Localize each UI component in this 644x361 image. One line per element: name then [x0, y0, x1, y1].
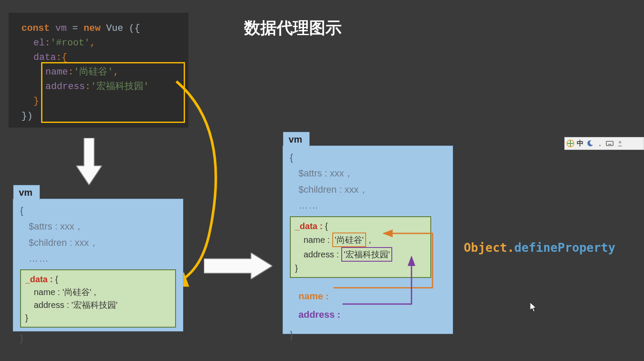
kw-vm: vm	[55, 23, 66, 34]
vm2-lbrace: {	[290, 149, 446, 165]
vm2-address-val: '宏福科技园'	[341, 247, 393, 262]
kw-eq: =	[72, 23, 78, 34]
ime-logo-icon	[566, 140, 574, 147]
address-key: address	[45, 81, 85, 92]
vm1-data-inner: _data : { name : '尚硅谷' , address : '宏福科技…	[20, 269, 176, 328]
ime-toolbar[interactable]: 中 ，	[564, 137, 644, 150]
arrow-right-icon	[204, 253, 272, 279]
user-icon[interactable]	[616, 140, 624, 147]
vm2-address-key: address :	[295, 250, 339, 259]
vm1-name-line: name : '尚硅谷' ,	[25, 286, 96, 298]
vm2-name-key: name :	[295, 235, 330, 245]
svg-point-7	[619, 141, 621, 143]
vm1-address-line: address : '宏福科技园'	[25, 298, 117, 311]
vm-box-2: vm { $attrs : xxx， $children : xxx， …… _…	[283, 146, 453, 334]
vm2-tab: vm	[283, 132, 310, 147]
name-key: name	[45, 67, 68, 78]
el-key: el	[33, 38, 45, 48]
vm2-rbrace: }	[290, 327, 446, 343]
svg-rect-1	[606, 141, 613, 146]
vm1-data-label: _data :	[25, 274, 55, 284]
object-define-property: Object.defineProperty	[464, 241, 615, 255]
kw-rbrace: })	[21, 111, 33, 122]
vm2-children: $children : xxx，	[290, 182, 446, 197]
vm2-name-prop: name :	[298, 291, 329, 301]
data-key: data	[33, 52, 56, 63]
vm1-lbrace: {	[20, 203, 176, 218]
code-block: const vm = new Vue ({ el:'#root', data:{…	[9, 13, 188, 128]
odp-method: defineProperty	[514, 241, 615, 255]
kw-lbrace: ({	[129, 23, 140, 34]
ime-lang[interactable]: 中	[577, 139, 584, 148]
vm2-data-rbrace: }	[295, 263, 298, 273]
moon-icon[interactable]	[586, 140, 594, 147]
name-val: '尚硅谷'	[74, 67, 113, 78]
vm2-attrs: $attrs : xxx，	[290, 165, 446, 181]
vm1-children: $children : xxx，	[20, 235, 176, 251]
address-val: '宏福科技园'	[91, 81, 149, 92]
vm2-data-label: _data :	[295, 221, 325, 231]
vm2-data-inner: _data : { name : '尚硅谷' , address : '宏福科技…	[290, 216, 431, 278]
el-val: '#root'	[51, 38, 90, 48]
vm2-name-val: '尚硅谷'	[332, 233, 367, 247]
vm1-data-rbrace: }	[25, 313, 28, 322]
vm-box-1: vm { $attrs : xxx， $children : xxx， …… _…	[13, 199, 183, 331]
cursor-icon	[530, 302, 539, 313]
kw-const: const	[21, 23, 50, 34]
ime-punct[interactable]: ，	[596, 139, 603, 148]
arrow-down-icon	[76, 138, 102, 185]
vm1-attrs: $attrs : xxx，	[20, 218, 176, 234]
vm2-dots: ……	[290, 197, 446, 213]
vm1-dots: ……	[20, 251, 176, 266]
diagram-title: 数据代理图示	[244, 17, 342, 39]
odp-object: Object	[464, 241, 507, 255]
vm2-address-prop: address :	[298, 309, 340, 320]
vm1-tab: vm	[13, 185, 40, 200]
vm1-rbrace: }	[20, 330, 176, 346]
keyboard-icon[interactable]	[606, 140, 614, 147]
kw-new: new	[83, 23, 101, 34]
kw-vue: Vue	[106, 23, 123, 34]
